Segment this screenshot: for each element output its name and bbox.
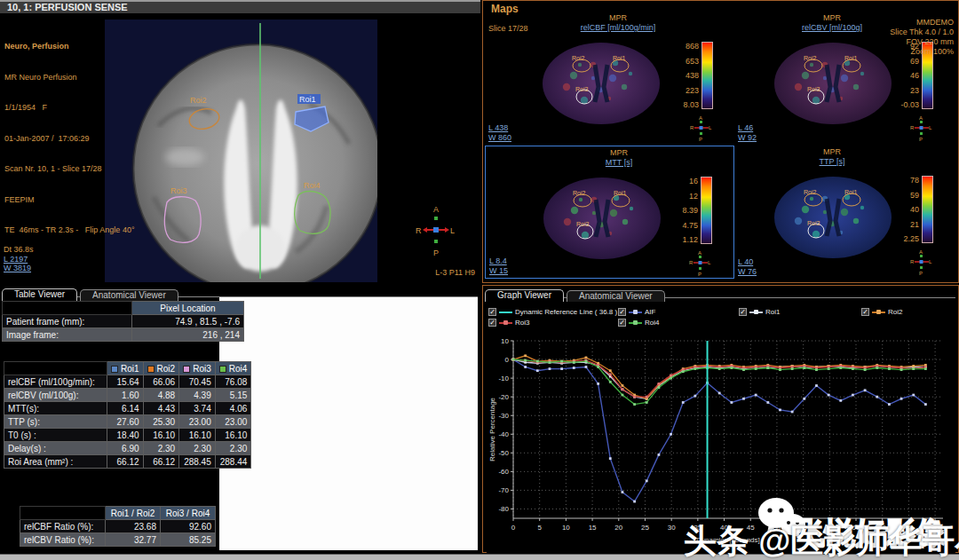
map-level-value[interactable]: L 40 [738, 257, 757, 267]
table-row: relCBF Ratio (%):23.6892.60 [20, 520, 216, 533]
map-parameter-link[interactable]: MTT [s] [539, 158, 699, 168]
map-cell-ttp[interactable]: MPRTTP [s]Roi2Roi1Roi3785940212.25APRLL … [734, 146, 955, 279]
legend-checkbox[interactable]: ✓ [488, 308, 496, 316]
map-mode: MPR [752, 147, 912, 157]
roi-ratio-table: Roi1 / Roi2Roi3 / Roi4relCBF Ratio (%):2… [20, 506, 216, 547]
scale-value: 2.25 [903, 234, 919, 243]
map-level-value[interactable]: L 438 [488, 123, 511, 133]
map-cell-mtt[interactable]: MPRMTT [s]Roi2Roi1Roi316128.394.751.12AP… [485, 146, 734, 279]
colorbar: 16128.394.751.12 [682, 177, 712, 244]
pixel-location-table: Pixel LocationPatient frame (mm):74.9 , … [2, 301, 244, 342]
map-mode: MPR [538, 13, 698, 23]
svg-text:Roi1: Roi1 [844, 55, 858, 61]
map-orientation-compass: APRL [910, 248, 933, 279]
svg-text:20: 20 [614, 524, 622, 532]
map-level-value[interactable]: L 46 [738, 123, 757, 133]
map-window-level: L 40W 76 [738, 257, 757, 276]
table-row: TTP (s):27.6025.3023.0023.00 [4, 415, 251, 429]
legend-checkbox[interactable]: ✓ [618, 308, 626, 316]
viewer-whitespace [219, 297, 478, 550]
map-parameter-link[interactable]: relCBF [ml/100g/min] [538, 23, 698, 33]
svg-text:-80: -80 [498, 505, 509, 513]
legend-line-sample [629, 319, 642, 326]
scale-value: 653 [686, 57, 699, 66]
table-viewer-panel: Table ViewerAnatomical Viewer Pixel Loca… [0, 285, 480, 553]
map-window-value[interactable]: W 92 [738, 133, 757, 143]
level-value[interactable]: L 2197 [4, 255, 34, 264]
legend-label: Roi2 [888, 308, 902, 316]
colorbar: 785940212.25 [903, 176, 933, 243]
svg-text:10: 10 [562, 524, 570, 532]
svg-text:-10: -10 [498, 375, 509, 383]
svg-text:Roi1: Roi1 [844, 189, 858, 195]
legend-checkbox[interactable]: ✓ [618, 319, 626, 327]
map-orientation-compass: APRL [690, 114, 713, 145]
perfusion-map-image[interactable]: Roi2Roi1Roi3 [763, 38, 903, 129]
scale-value: 12 [689, 192, 698, 201]
dynamics-chart[interactable]: 100-10-20-30-40-50-60-70-800510152025303… [487, 335, 955, 554]
svg-text:30: 30 [668, 524, 676, 532]
tab-anatomical-viewer[interactable]: Anatomical Viewer [80, 289, 178, 301]
legend-line-sample [629, 309, 642, 315]
map-window-level: L 8.4W 15 [489, 256, 508, 275]
roi2-color-swatch [147, 366, 155, 373]
map-window-level: L 438W 860 [488, 123, 511, 142]
legend-checkbox[interactable]: ✓ [861, 308, 869, 316]
svg-text:P: P [698, 272, 701, 276]
perfusion-map-image[interactable]: Roi2Roi1Roi3 [763, 172, 903, 263]
legend-label: Roi4 [645, 319, 659, 327]
slice-position: L-3 P11 H9 [435, 268, 475, 277]
table-row: Delay(s) :6.902.302.302.30 [4, 442, 251, 455]
bottom-scrollbar[interactable] [0, 554, 959, 560]
perfusion-map-image[interactable]: Roi2Roi1Roi3 [531, 38, 671, 129]
legend-checkbox[interactable]: ✓ [739, 308, 747, 316]
svg-text:75: 75 [905, 524, 913, 532]
svg-text:-60: -60 [498, 468, 509, 476]
svg-text:L: L [450, 226, 455, 235]
tab-table-viewer[interactable]: Table Viewer [2, 288, 77, 301]
legend-item-roi1: ✓Roi1 [739, 308, 861, 316]
map-parameter-link[interactable]: TTP [s] [752, 157, 912, 167]
svg-text:Roi2: Roi2 [572, 55, 585, 61]
roi-measurements-table: Roi1Roi2Roi3Roi4relCBF (ml/100g/min):15.… [4, 361, 251, 469]
map-window-value[interactable]: W 15 [489, 266, 508, 276]
legend-line-sample [499, 319, 512, 326]
ratio-column-header: Roi1 / Roi2 [106, 507, 161, 520]
map-level-value[interactable]: L 8.4 [489, 256, 508, 266]
map-parameter-link[interactable]: relCBV [ml/100g] [752, 23, 912, 33]
scale-value: 23 [910, 86, 919, 95]
legend-label: Roi1 [765, 308, 780, 316]
svg-text:Roi3: Roi3 [170, 186, 187, 195]
svg-text:10: 10 [501, 337, 509, 345]
map-window-value[interactable]: W 860 [488, 133, 511, 143]
svg-text:P: P [919, 137, 923, 141]
svg-text:R: R [910, 125, 915, 130]
svg-text:Roi3: Roi3 [807, 220, 820, 226]
pixel-location-header: Pixel Location [132, 302, 244, 315]
map-cell-relcbf[interactable]: MPRrelCBF [ml/100g/min]Roi2Roi1Roi386865… [485, 12, 734, 145]
roi-column-header: Roi4 [215, 362, 251, 375]
svg-text:Roi1: Roi1 [614, 190, 627, 196]
scale-value: 69 [910, 57, 919, 66]
colorbar-scale-labels: 8686534382238.03 [683, 42, 699, 109]
map-mode: MPR [752, 13, 912, 23]
map-window-value[interactable]: W 76 [738, 267, 757, 277]
svg-text:L: L [929, 259, 932, 264]
legend-label: Roi3 [515, 319, 529, 327]
legend-checkbox[interactable]: ✓ [488, 319, 496, 327]
mr-image[interactable]: Roi2 Roi1 Roi3 Roi4 [105, 20, 377, 282]
scale-value: 16 [689, 177, 698, 185]
table-row: Image frame:216 , 214 [3, 328, 244, 342]
legend-label: Dynamic Reference Line ( 36.8 ) [515, 308, 617, 316]
svg-text:-40: -40 [498, 430, 509, 438]
tab-anatomical-viewer[interactable]: Anatomical Viewer [567, 290, 665, 302]
svg-text:0: 0 [505, 356, 510, 364]
tab-graph-viewer[interactable]: Graph Viewer [485, 289, 564, 302]
roi3-color-swatch [183, 366, 190, 373]
perfusion-map-image[interactable]: Roi2Roi1Roi3 [532, 173, 672, 264]
window-value[interactable]: W 3819 [4, 264, 34, 273]
table-row: Roi Area (mm²) :66.1266.12288.45288.44 [4, 455, 251, 469]
svg-text:Roi1: Roi1 [299, 95, 316, 104]
table-row: Patient frame (mm):74.9 , 81.5 , -7.6 [3, 315, 244, 328]
svg-text:P: P [699, 137, 702, 141]
